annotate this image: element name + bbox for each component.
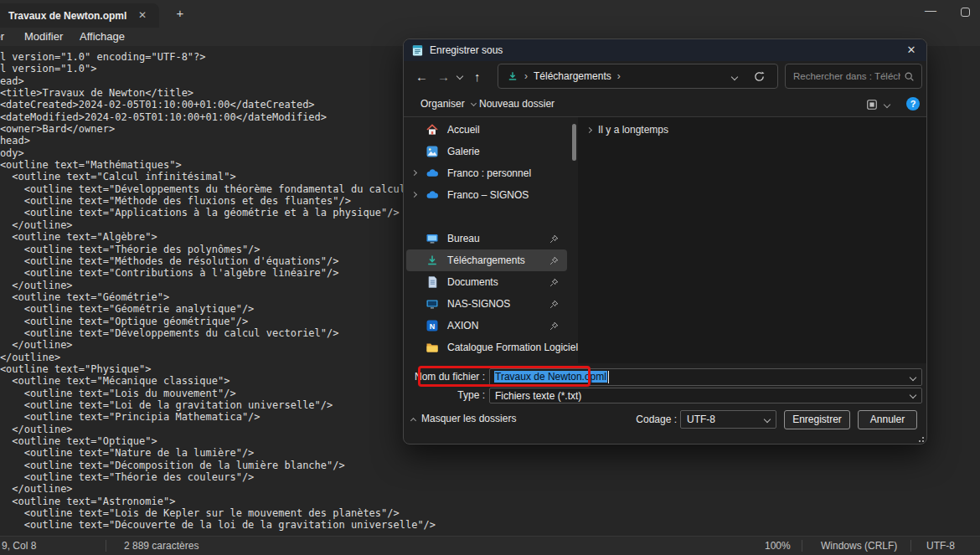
pin-icon xyxy=(549,234,559,244)
cloud-icon xyxy=(426,167,439,180)
filename-input[interactable]: Travaux de Newton.opml xyxy=(489,368,922,386)
window-minimize-button[interactable]: — xyxy=(920,3,941,20)
back-icon[interactable]: ← xyxy=(415,69,428,84)
up-icon[interactable]: ↑ xyxy=(474,69,481,84)
recent-locations-chevron-icon[interactable] xyxy=(456,73,463,80)
screen: Travaux de Newton.opml ✕ + — Fichier Mod… xyxy=(0,0,980,555)
breadcrumb-chevron-icon[interactable]: › xyxy=(617,70,621,82)
sidebar-item-axion[interactable]: NAXION xyxy=(406,315,567,337)
dialog-footer: Nom du fichier : Travaux de Newton.opml … xyxy=(404,363,926,445)
pin-icon xyxy=(549,256,559,265)
sidebar-item-bureau[interactable]: Bureau xyxy=(406,228,567,249)
group-expand-chevron-icon[interactable] xyxy=(586,127,592,133)
sidebar-scrollbar[interactable] xyxy=(572,124,576,161)
tab-close-icon[interactable]: ✕ xyxy=(136,9,149,23)
status-encoding[interactable]: UTF-8 xyxy=(926,540,955,552)
menu-fichier[interactable]: Fichier xyxy=(0,30,4,43)
pin-icon xyxy=(549,321,559,331)
places-sidebar: AccueilGalerieFranco : personnelFranco –… xyxy=(404,119,570,358)
address-dropdown-chevron-icon[interactable] xyxy=(731,74,738,80)
search-input[interactable] xyxy=(793,65,900,87)
filename-dropdown-chevron-icon[interactable] xyxy=(910,374,916,381)
sidebar-item-franco-personnel[interactable]: Franco : personnel xyxy=(406,162,567,184)
breadcrumb-location[interactable]: Téléchargements xyxy=(534,70,611,82)
sidebar-item-label: AXION xyxy=(447,320,478,331)
sidebar-item-catalogue-formation-logiciels[interactable]: Catalogue Formation Logiciels xyxy=(406,337,567,358)
sidebar-item-label: Téléchargements xyxy=(447,254,525,266)
maximize-icon xyxy=(961,8,970,17)
filetype-select[interactable]: Fichiers texte (*.txt) xyxy=(489,388,922,403)
new-tab-button[interactable]: + xyxy=(172,5,188,22)
dialog-title-bar[interactable]: Enregistrer sous ✕ xyxy=(404,39,926,61)
status-separator xyxy=(802,540,802,552)
dialog-close-icon[interactable]: ✕ xyxy=(905,44,918,57)
view-mode-icon[interactable] xyxy=(866,99,878,110)
organize-menu[interactable]: Organiser xyxy=(420,98,476,110)
sidebar-item-t-l-chargements[interactable]: Téléchargements xyxy=(406,249,567,271)
filename-selected-text: Travaux de Newton.opml xyxy=(494,371,607,383)
sidebar-item-label: Franco – SIGNOS xyxy=(447,189,529,201)
file-list[interactable]: Il y a longtemps xyxy=(578,117,926,363)
status-eol[interactable]: Windows (CRLF) xyxy=(821,540,897,552)
downloads-icon xyxy=(507,70,518,82)
downloads-icon xyxy=(426,254,439,267)
expand-chevron-icon[interactable] xyxy=(411,170,417,176)
address-bar[interactable]: › Téléchargements › xyxy=(498,64,778,89)
sidebar-item-franco-signos[interactable]: Franco – SIGNOS xyxy=(406,184,567,206)
save-as-dialog: Enregistrer sous ✕ ← → ↑ › Téléchargemen… xyxy=(403,39,927,445)
sidebar-item-label: NAS-SIGNOS xyxy=(447,298,510,310)
sidebar-item-label: Franco : personnel xyxy=(447,167,531,179)
menu-modifier[interactable]: Modifier xyxy=(24,30,63,43)
search-box[interactable] xyxy=(785,64,922,89)
encoding-dropdown-chevron-icon xyxy=(764,416,771,423)
sidebar-item-documents[interactable]: Documents xyxy=(406,271,567,293)
pin-icon xyxy=(549,300,559,309)
sidebar-item-galerie[interactable]: Galerie xyxy=(406,141,567,162)
dialog-content: AccueilGalerieFranco : personnelFranco –… xyxy=(404,117,926,363)
notepad-icon xyxy=(411,44,424,57)
home-icon xyxy=(426,123,439,136)
file-group-header[interactable]: Il y a longtemps xyxy=(587,124,668,136)
cancel-button[interactable]: Annuler xyxy=(858,410,917,429)
cloud-icon xyxy=(426,188,439,202)
encoding-label: Codage : xyxy=(593,414,677,425)
gallery-icon xyxy=(426,145,439,158)
refresh-icon[interactable] xyxy=(753,70,766,83)
expand-chevron-icon[interactable] xyxy=(411,192,417,198)
sidebar-item-label: Documents xyxy=(447,276,498,288)
app-icon: N xyxy=(426,319,439,332)
sidebar-item-nas-signos[interactable]: NAS-SIGNOS xyxy=(406,293,567,315)
menu-affichage[interactable]: Affichage xyxy=(80,30,125,43)
resize-grip[interactable] xyxy=(917,435,924,442)
save-button[interactable]: Enregistrer xyxy=(784,410,850,429)
svg-text:N: N xyxy=(430,322,436,331)
pin-icon xyxy=(549,278,559,287)
status-char-count: 2 889 caractères xyxy=(124,540,199,552)
new-folder-button[interactable]: Nouveau dossier xyxy=(479,98,554,110)
sidebar-item-label: Accueil xyxy=(447,124,480,136)
chevron-up-icon xyxy=(410,418,416,424)
view-mode-chevron-icon[interactable] xyxy=(884,101,890,108)
breadcrumb-chevron-icon: › xyxy=(524,70,528,82)
filetype-dropdown-chevron-icon[interactable] xyxy=(910,392,916,398)
tab-travaux-de-newton[interactable]: Travaux de Newton.opml ✕ xyxy=(0,3,159,28)
tab-strip: Travaux de Newton.opml ✕ + — xyxy=(0,0,980,28)
dialog-toolbar: Organiser Nouveau dossier ? xyxy=(404,91,926,117)
status-zoom[interactable]: 100% xyxy=(765,540,791,552)
search-icon xyxy=(904,71,915,82)
forward-icon[interactable]: → xyxy=(437,69,450,84)
hide-folders-button[interactable]: Masquer les dossiers xyxy=(411,413,516,424)
encoding-select[interactable]: UTF-8 xyxy=(680,410,776,429)
document-icon xyxy=(426,275,439,289)
sidebar-item-accueil[interactable]: Accueil xyxy=(406,119,567,141)
status-bar: 9, Col 8 2 889 caractères 100% Windows (… xyxy=(0,536,980,555)
sidebar-item-label: Galerie xyxy=(447,146,480,157)
status-separator xyxy=(106,540,106,552)
help-button[interactable]: ? xyxy=(906,97,920,110)
filename-label: Nom du fichier : xyxy=(405,371,485,383)
encoding-value: UTF-8 xyxy=(687,414,715,425)
chevron-down-icon xyxy=(471,100,477,106)
text-caret xyxy=(608,371,609,383)
sidebar-item-label: Catalogue Formation Logiciels xyxy=(447,342,583,353)
desktop-icon xyxy=(426,232,439,245)
